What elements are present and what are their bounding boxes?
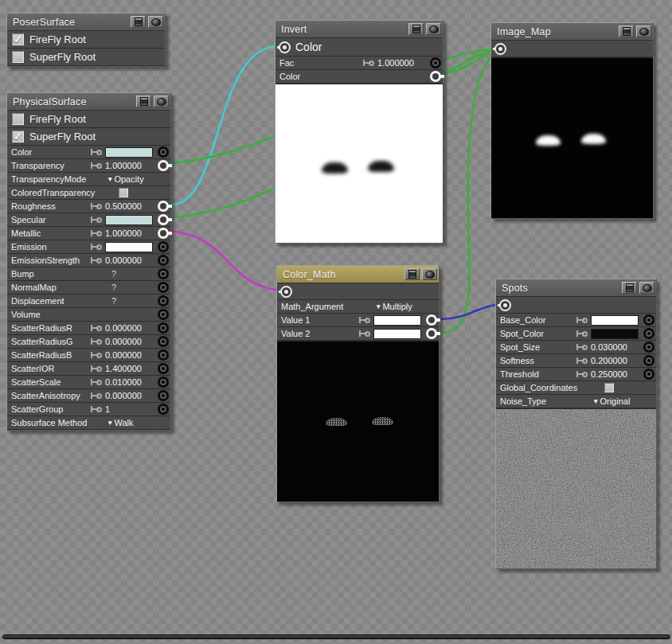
- key-animation-icon[interactable]: [359, 317, 371, 323]
- root-row[interactable]: FireFly Root: [7, 111, 170, 128]
- key-animation-icon[interactable]: [91, 352, 103, 358]
- key-animation-icon[interactable]: [91, 406, 103, 412]
- node-options-button[interactable]: [136, 96, 151, 107]
- node-titlebar[interactable]: Image_Map: [491, 23, 653, 41]
- node-titlebar-selected[interactable]: Color_Math: [277, 266, 439, 283]
- output-socket-icon[interactable]: [499, 299, 511, 311]
- key-animation-icon[interactable]: [359, 330, 371, 337]
- input-socket[interactable]: [158, 309, 169, 320]
- input-socket[interactable]: [158, 255, 169, 266]
- input-socket[interactable]: [158, 390, 169, 401]
- node-physicalsurface[interactable]: PhysicalSurface FireFly Root✓SuperFly Ro…: [6, 92, 171, 431]
- node-preview-toggle-button[interactable]: [148, 16, 163, 28]
- input-socket[interactable]: [643, 355, 654, 366]
- node-preview-toggle-button[interactable]: [422, 268, 437, 280]
- param-value[interactable]: 1: [105, 404, 110, 414]
- checkbox-checked[interactable]: ✓: [12, 131, 24, 142]
- param-value[interactable]: 1.000000: [377, 58, 414, 68]
- param-value[interactable]: 0.010000: [105, 377, 142, 387]
- param-value[interactable]: 1.000000: [105, 161, 142, 170]
- node-preview-toggle-button[interactable]: [636, 25, 651, 37]
- checkbox[interactable]: [604, 383, 614, 392]
- color-swatch[interactable]: [105, 242, 153, 252]
- color-swatch[interactable]: [105, 215, 153, 225]
- input-socket-connected[interactable]: [430, 71, 441, 82]
- node-options-button[interactable]: [622, 282, 637, 294]
- input-socket-connected[interactable]: [158, 214, 169, 225]
- input-socket[interactable]: [643, 369, 654, 380]
- node-options-button[interactable]: [619, 25, 634, 37]
- input-socket[interactable]: [430, 57, 441, 68]
- input-socket[interactable]: [158, 322, 169, 334]
- checkbox-checked[interactable]: ✓: [12, 33, 24, 45]
- output-socket-icon[interactable]: [280, 286, 292, 298]
- key-animation-icon[interactable]: [91, 149, 103, 155]
- key-animation-icon[interactable]: [576, 330, 588, 337]
- node-preview-toggle-button[interactable]: [154, 96, 169, 107]
- input-socket-connected[interactable]: [158, 160, 169, 171]
- param-value[interactable]: 0.000000: [105, 323, 142, 333]
- input-socket[interactable]: [643, 314, 654, 326]
- checkbox[interactable]: [12, 51, 24, 63]
- node-invert[interactable]: Invert Color Fac1.000000Color: [275, 20, 443, 244]
- key-animation-icon[interactable]: [91, 257, 103, 263]
- key-animation-icon[interactable]: [91, 392, 103, 399]
- input-socket[interactable]: [158, 268, 169, 279]
- input-socket[interactable]: [158, 363, 169, 374]
- input-socket[interactable]: [158, 336, 169, 347]
- color-swatch[interactable]: [591, 315, 639, 326]
- key-animation-icon[interactable]: [576, 357, 588, 364]
- unknown-value[interactable]: ?: [111, 283, 116, 292]
- param-value[interactable]: 0.200000: [591, 356, 627, 365]
- root-row[interactable]: ✓SuperFly Root: [7, 128, 170, 146]
- key-animation-icon[interactable]: [91, 379, 103, 385]
- param-value[interactable]: 0.000000: [105, 337, 142, 346]
- key-animation-icon[interactable]: [576, 371, 588, 377]
- input-socket[interactable]: [158, 377, 169, 388]
- input-socket[interactable]: [643, 328, 654, 339]
- node-options-button[interactable]: [404, 268, 420, 280]
- param-value[interactable]: 1.400000: [105, 364, 142, 373]
- node-color-math[interactable]: Color_Math Math_Argument▼MultiplyValue 1…: [276, 265, 440, 502]
- color-swatch[interactable]: [373, 329, 421, 339]
- output-socket-icon[interactable]: [494, 43, 506, 55]
- node-graph-canvas[interactable]: PoserSurface ✓FireFly RootSuperFly Root …: [0, 0, 672, 644]
- node-titlebar[interactable]: PoserSurface: [7, 14, 165, 31]
- key-animation-icon[interactable]: [91, 217, 103, 223]
- node-preview-toggle-button[interactable]: [639, 282, 654, 294]
- key-animation-icon[interactable]: [91, 162, 103, 169]
- node-options-button[interactable]: [408, 23, 424, 35]
- key-animation-icon[interactable]: [91, 325, 103, 331]
- dropdown-select[interactable]: ▼Original: [592, 396, 654, 406]
- key-animation-icon[interactable]: [91, 365, 103, 372]
- input-socket-connected[interactable]: [158, 201, 169, 212]
- key-animation-icon[interactable]: [91, 203, 103, 209]
- checkbox[interactable]: [119, 188, 128, 197]
- input-socket[interactable]: [158, 146, 169, 158]
- input-socket-connected[interactable]: [426, 328, 437, 339]
- input-socket[interactable]: [158, 241, 169, 252]
- unknown-value[interactable]: ?: [111, 269, 116, 279]
- key-animation-icon[interactable]: [363, 60, 375, 66]
- param-value[interactable]: 0.000000: [105, 391, 142, 400]
- input-socket[interactable]: [158, 349, 169, 361]
- key-animation-icon[interactable]: [91, 244, 103, 250]
- node-image-map[interactable]: Image_Map: [490, 22, 654, 219]
- checkbox[interactable]: [12, 113, 24, 125]
- color-swatch[interactable]: [373, 315, 421, 326]
- input-socket[interactable]: [158, 295, 169, 306]
- input-socket[interactable]: [643, 342, 654, 353]
- node-titlebar[interactable]: PhysicalSurface: [7, 93, 170, 111]
- node-titlebar[interactable]: Invert: [275, 21, 443, 38]
- horizontal-scrollbar[interactable]: [2, 634, 670, 639]
- dropdown-select[interactable]: ▼Walk: [107, 418, 169, 427]
- node-posersurface[interactable]: PoserSurface ✓FireFly RootSuperFly Root: [6, 13, 166, 67]
- key-animation-icon[interactable]: [91, 338, 103, 345]
- param-value[interactable]: 0.000000: [105, 350, 142, 360]
- param-value[interactable]: 1.000000: [105, 228, 142, 238]
- input-socket-connected[interactable]: [158, 228, 169, 239]
- color-swatch[interactable]: [591, 329, 639, 339]
- dropdown-select[interactable]: ▼Multiply: [375, 302, 437, 311]
- node-preview-toggle-button[interactable]: [426, 23, 441, 35]
- node-titlebar[interactable]: Spots: [496, 279, 656, 297]
